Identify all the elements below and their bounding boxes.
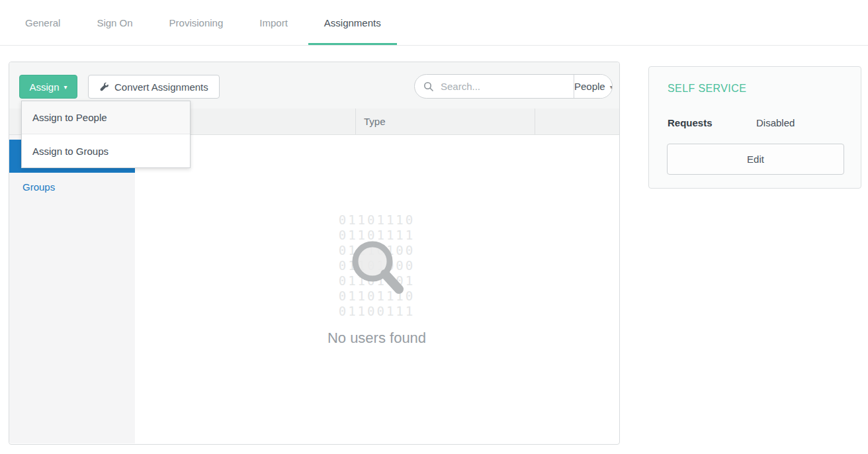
menu-item-assign-to-people[interactable]: Assign to People	[22, 101, 190, 134]
binary-line: 01101110	[339, 289, 415, 304]
requests-value: Disabled	[756, 117, 795, 128]
tab-import[interactable]: Import	[259, 0, 288, 45]
requests-label: Requests	[668, 117, 713, 128]
tab-provisioning[interactable]: Provisioning	[169, 0, 224, 45]
menu-item-assign-to-groups[interactable]: Assign to Groups	[22, 134, 190, 167]
binary-line: 01101001	[339, 273, 415, 289]
chevron-down-icon: ▾	[64, 84, 67, 91]
binary-line: 01101111	[339, 228, 415, 243]
tab-assignments[interactable]: Assignments	[308, 0, 397, 45]
assignments-content: 01101110 01101111 01110100 01101000 0110…	[135, 135, 619, 443]
binary-line: 01101110	[339, 212, 415, 228]
convert-assignments-label: Convert Assignments	[114, 81, 208, 93]
search-scope-dropdown[interactable]: People ▾	[574, 75, 613, 98]
wrench-icon	[99, 82, 109, 92]
column-header-actions	[535, 109, 619, 134]
empty-state-message: No users found	[327, 330, 426, 347]
search-scope-label: People	[574, 81, 605, 92]
assign-dropdown-menu: Assign to People Assign to Groups	[21, 101, 191, 168]
self-service-title: SELF SERVICE	[668, 83, 746, 95]
filter-sidebar: Groups	[9, 135, 136, 443]
binary-line: 01110100	[339, 243, 415, 258]
binary-line: 01100111	[339, 304, 415, 319]
tab-general[interactable]: General	[25, 0, 60, 45]
assign-button-label: Assign	[29, 81, 59, 93]
column-header-type[interactable]: Type	[356, 109, 535, 134]
search-box[interactable]	[415, 75, 574, 98]
assignments-page: General Sign On Provisioning Import Assi…	[0, 0, 868, 454]
self-service-card: SELF SERVICE Requests Disabled Edit	[648, 66, 861, 189]
binary-line: 01101000	[339, 258, 415, 273]
chevron-down-icon: ▾	[610, 83, 613, 91]
tab-sign-on[interactable]: Sign On	[97, 0, 132, 45]
app-tab-bar: General Sign On Provisioning Import Assi…	[0, 0, 868, 46]
convert-assignments-button[interactable]: Convert Assignments	[88, 75, 220, 99]
search-icon	[423, 81, 434, 92]
search-control: People ▾	[414, 74, 613, 99]
search-input[interactable]	[439, 80, 574, 93]
binary-art: 01101110 01101111 01110100 01101000 0110…	[339, 212, 415, 319]
sidebar-item-groups[interactable]: Groups	[9, 173, 135, 201]
assign-button[interactable]: Assign ▾	[19, 75, 77, 99]
empty-state: 01101110 01101111 01110100 01101000 0110…	[135, 135, 619, 347]
edit-button[interactable]: Edit	[667, 144, 844, 175]
